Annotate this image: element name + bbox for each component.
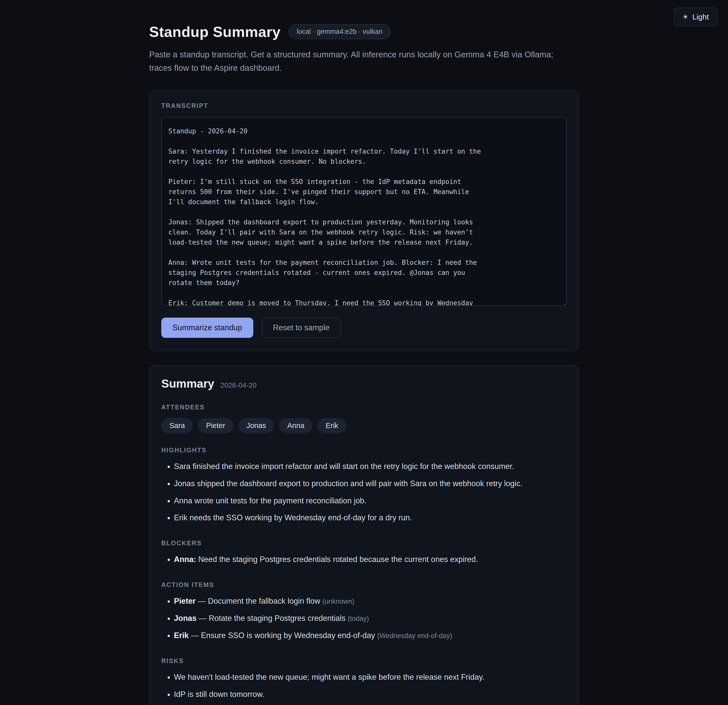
theme-toggle-label: Light	[692, 13, 709, 21]
sun-icon: ☀	[683, 14, 688, 20]
list-item: Jonas shipped the dashboard export to pr…	[174, 475, 567, 492]
highlights-list: Sara finished the invoice import refacto…	[161, 458, 567, 526]
main-container: Standup Summary local · gemma4:e2b · vul…	[149, 0, 579, 705]
action-owner: Erik	[174, 631, 189, 640]
action-owner: Pieter	[174, 597, 196, 606]
list-item: Erik — Ensure SSO is working by Wednesda…	[174, 627, 567, 644]
attendees-section: Attendees Sara Pieter Jonas Anna Erik	[161, 404, 567, 433]
blockers-label: Blockers	[161, 539, 567, 547]
blockers-list: Anna: Need the staging Postgres credenti…	[161, 551, 567, 568]
action-due: (today)	[348, 615, 369, 622]
risks-list: We haven't load-tested the new queue; mi…	[161, 669, 567, 703]
action-owner: Jonas	[174, 614, 196, 623]
attendee-chip: Jonas	[238, 418, 274, 433]
list-item: Anna: Need the staging Postgres credenti…	[174, 551, 567, 568]
reset-button[interactable]: Reset to sample	[262, 318, 341, 338]
action-items-list: Pieter — Document the fallback login flo…	[161, 593, 567, 644]
summary-title: Summary	[161, 377, 214, 391]
blocker-text: Need the staging Postgres credentials ro…	[198, 555, 478, 564]
action-text: — Ensure SSO is working by Wednesday end…	[191, 631, 375, 640]
action-text: — Rotate the staging Postgres credential…	[199, 614, 345, 623]
risks-label: Risks	[161, 657, 567, 665]
transcript-label: Transcript	[161, 102, 567, 110]
transcript-actions: Summarize standup Reset to sample	[161, 318, 567, 338]
action-text: — Document the fallback login flow	[198, 597, 320, 606]
list-item: Pieter — Document the fallback login flo…	[174, 593, 567, 610]
model-badge: local · gemma4:e2b · vulkan	[289, 24, 390, 39]
attendee-chip: Sara	[161, 418, 193, 433]
risks-section: Risks We haven't load-tested the new que…	[161, 657, 567, 703]
blocker-owner: Anna:	[174, 555, 196, 564]
blockers-section: Blockers Anna: Need the staging Postgres…	[161, 539, 567, 568]
list-item: IdP is still down tomorrow.	[174, 686, 567, 703]
attendee-chips: Sara Pieter Jonas Anna Erik	[161, 418, 567, 433]
page: ☀ Light Standup Summary local · gemma4:e…	[0, 0, 728, 705]
list-item: We haven't load-tested the new queue; mi…	[174, 669, 567, 686]
summary-header: Summary 2026-04-20	[161, 377, 567, 391]
page-subtitle: Paste a standup transcript. Get a struct…	[149, 48, 569, 75]
attendee-chip: Erik	[318, 418, 346, 433]
summary-date: 2026-04-20	[220, 381, 257, 389]
header: Standup Summary local · gemma4:e2b · vul…	[149, 23, 579, 40]
highlights-label: Highlights	[161, 447, 567, 454]
action-items-label: Action items	[161, 581, 567, 588]
list-item: Sara finished the invoice import refacto…	[174, 458, 567, 475]
highlights-section: Highlights Sara finished the invoice imp…	[161, 447, 567, 526]
theme-toggle-button[interactable]: ☀ Light	[674, 7, 717, 26]
action-due: (unknown)	[322, 598, 354, 605]
summarize-button[interactable]: Summarize standup	[161, 318, 253, 338]
attendees-label: Attendees	[161, 404, 567, 411]
transcript-input[interactable]: Standup - 2026-04-20 Sara: Yesterday I f…	[161, 117, 567, 306]
summary-card: Summary 2026-04-20 Attendees Sara Pieter…	[149, 365, 579, 705]
action-due: (Wednesday end-of-day)	[377, 632, 452, 640]
page-title: Standup Summary	[149, 23, 280, 40]
attendee-chip: Pieter	[198, 418, 233, 433]
list-item: Erik needs the SSO working by Wednesday …	[174, 509, 567, 526]
transcript-card: Transcript Standup - 2026-04-20 Sara: Ye…	[149, 91, 579, 351]
action-items-section: Action items Pieter — Document the fallb…	[161, 581, 567, 644]
attendee-chip: Anna	[279, 418, 312, 433]
list-item: Jonas — Rotate the staging Postgres cred…	[174, 610, 567, 627]
list-item: Anna wrote unit tests for the payment re…	[174, 492, 567, 509]
